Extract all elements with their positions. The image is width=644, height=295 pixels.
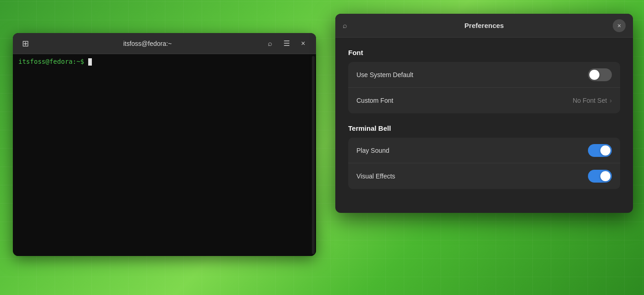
close-icon: × bbox=[617, 22, 621, 29]
hamburger-icon: ☰ bbox=[283, 39, 290, 48]
use-system-default-row: Use System Default bbox=[348, 62, 620, 88]
terminal-title: itsfoss@fedora:~ bbox=[32, 40, 263, 47]
custom-font-row[interactable]: Custom Font No Font Set › bbox=[348, 88, 620, 113]
search-icon: ⌕ bbox=[268, 39, 272, 48]
terminal-scrollbar[interactable] bbox=[312, 56, 315, 254]
chevron-right-icon: › bbox=[610, 97, 612, 104]
use-system-default-slider bbox=[588, 68, 612, 81]
close-icon: × bbox=[301, 39, 305, 48]
preferences-search-icon[interactable]: ⌕ bbox=[343, 22, 347, 30]
font-settings-group: Use System Default Custom Font No Font S… bbox=[348, 62, 620, 113]
preferences-window: ⌕ Preferences × Font Use System Default … bbox=[335, 14, 633, 213]
play-sound-toggle[interactable] bbox=[588, 144, 612, 157]
play-sound-label: Play Sound bbox=[356, 147, 588, 154]
preferences-body: Font Use System Default Custom Font No F… bbox=[335, 38, 633, 213]
terminal-body[interactable]: itsfoss@fedora:~$ bbox=[13, 54, 316, 256]
preferences-title: Preferences bbox=[464, 22, 504, 29]
preferences-titlebar: ⌕ Preferences × bbox=[335, 14, 633, 38]
search-button[interactable]: ⌕ bbox=[263, 36, 277, 51]
use-system-default-toggle[interactable] bbox=[588, 68, 612, 81]
custom-font-label: Custom Font bbox=[356, 97, 573, 104]
visual-effects-slider bbox=[588, 170, 612, 183]
preferences-close-button[interactable]: × bbox=[613, 19, 626, 32]
play-sound-row: Play Sound bbox=[348, 138, 620, 163]
visual-effects-row: Visual Effects bbox=[348, 163, 620, 189]
visual-effects-toggle[interactable] bbox=[588, 170, 612, 183]
use-system-default-knob bbox=[589, 70, 599, 80]
new-tab-icon: ⊞ bbox=[22, 39, 29, 49]
terminal-prompt-user: itsfoss@fedora bbox=[18, 58, 73, 65]
use-system-default-label: Use System Default bbox=[356, 71, 588, 78]
play-sound-slider bbox=[588, 144, 612, 157]
terminal-actions: ⌕ ☰ × bbox=[263, 36, 311, 51]
terminal-cursor bbox=[88, 58, 92, 66]
terminal-bell-section-header: Terminal Bell bbox=[348, 124, 620, 132]
terminal-bell-settings-group: Play Sound Visual Effects bbox=[348, 138, 620, 189]
new-tab-button[interactable]: ⊞ bbox=[18, 37, 32, 50]
custom-font-value: No Font Set bbox=[573, 97, 607, 104]
visual-effects-label: Visual Effects bbox=[356, 173, 588, 180]
play-sound-knob bbox=[600, 145, 610, 156]
terminal-prompt-dir: :~$ bbox=[73, 58, 84, 65]
menu-button[interactable]: ☰ bbox=[279, 36, 294, 51]
terminal-titlebar: ⊞ itsfoss@fedora:~ ⌕ ☰ × bbox=[13, 33, 316, 54]
font-section-header: Font bbox=[348, 49, 620, 56]
close-button[interactable]: × bbox=[296, 36, 311, 51]
visual-effects-knob bbox=[600, 171, 610, 181]
terminal-window: ⊞ itsfoss@fedora:~ ⌕ ☰ × itsfoss@fedora:… bbox=[13, 33, 316, 256]
